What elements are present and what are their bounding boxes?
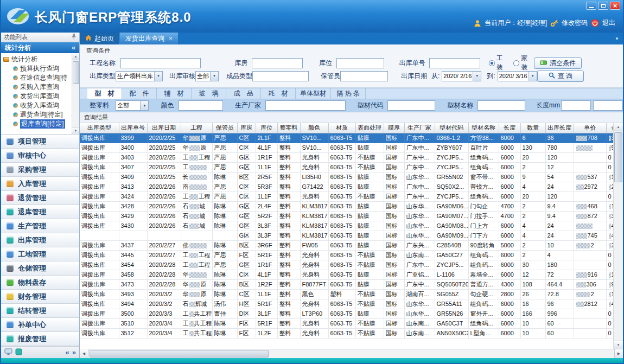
product-type-input[interactable]: [252, 71, 309, 81]
material-tab[interactable]: 成 品: [226, 88, 261, 99]
tree-root[interactable]: 统计分析: [3, 55, 71, 64]
change-password-link[interactable]: 修改密码: [562, 18, 588, 28]
column-header[interactable]: 材质: [328, 123, 355, 133]
results-grid[interactable]: 出库类型出库单号出库日期工程保管员库房库位整零料颜色材质表面处理膜厚生产厂家型材…: [80, 123, 613, 349]
project-name-input[interactable]: [120, 58, 201, 68]
table-row[interactable]: 调拨出库34282020/2/26石城陈琳G区2L4F整料KLM38176063…: [80, 201, 613, 211]
tree-item[interactable]: 在途信息查询[待: [3, 73, 71, 82]
tab-close-icon[interactable]: ×: [169, 35, 173, 42]
tab-home[interactable]: 起始页: [80, 33, 120, 44]
column-header[interactable]: 单价: [574, 123, 606, 133]
scroll-right-icon[interactable]: ▶: [614, 349, 623, 358]
column-header[interactable]: 库房: [237, 123, 256, 133]
chevron-down-icon[interactable]: ▼: [210, 72, 218, 81]
collapse-left-icon[interactable]: «: [66, 348, 69, 356]
tree-item[interactable]: 收货入库查询: [3, 101, 71, 110]
minimize-button[interactable]: [586, 2, 596, 10]
column-header[interactable]: 出库类型: [80, 123, 119, 133]
radio-home-decor[interactable]: 家装: [513, 54, 534, 72]
sidebar-menu-item[interactable]: 仓储管理: [1, 261, 79, 276]
length-max-input[interactable]: [593, 100, 623, 111]
material-tab[interactable]: 辅 材: [157, 88, 192, 99]
chevron-down-icon[interactable]: ▼: [154, 72, 162, 81]
whole-part-select[interactable]: 全部 ▼: [116, 100, 149, 111]
table-row[interactable]: 调拨出库33992020/2/25华原严思C区2L1F整料SV10...6063…: [80, 133, 613, 143]
column-header[interactable]: 生产厂家: [404, 123, 435, 133]
sidebar-group-header[interactable]: 统计分析 «: [1, 42, 79, 53]
chevron-down-icon[interactable]: ▼: [529, 72, 537, 81]
vertical-scrollbar[interactable]: ▲ ▼: [613, 123, 623, 349]
radio-workwear[interactable]: 工装: [489, 54, 510, 72]
table-row[interactable]: 调拨出库34582020/2/28华陈琳C区4L1F整料光身料6063-T5贴膜…: [80, 270, 613, 279]
logout-link[interactable]: 退出: [602, 18, 615, 28]
table-row[interactable]: 调拨出库35002020/3/3工共工程曹佳D区3L1F整料LT3P606063…: [80, 309, 613, 318]
length-min-input[interactable]: [561, 100, 591, 111]
column-header[interactable]: 型材代码: [435, 123, 468, 133]
column-header[interactable]: 保管员: [212, 123, 237, 133]
table-row[interactable]: 调拨出库34132020/2/26南严思C区5R3F整料G714226063-T…: [80, 182, 613, 191]
sidebar-menu-item[interactable]: 入库管理: [1, 177, 79, 191]
sidebar-menu-item[interactable]: 物料盘存: [1, 276, 79, 290]
table-row[interactable]: 调拨出库34072020/2/25工严思G区1L1F整料光身料6063-T5不贴…: [80, 162, 613, 172]
tree-item[interactable]: 预算执行查询: [3, 64, 71, 73]
material-tab[interactable]: 配 件: [122, 88, 157, 99]
tree-item[interactable]: 退库查询[待定]: [3, 119, 71, 129]
sidebar-menu-item[interactable]: 结转管理: [1, 304, 79, 318]
table-row[interactable]: 调拨出库34932020/3/2华原陈琳C区1L1F整料黑色塑料不贴膜国标湖南百…: [80, 289, 613, 299]
clear-conditions-button[interactable]: 清空条件: [534, 58, 582, 69]
column-header[interactable]: 颜色: [300, 123, 328, 133]
sidebar-menu-item[interactable]: 审核中心: [1, 149, 79, 163]
profile-name-input[interactable]: [477, 100, 525, 111]
sidebar-menu-item[interactable]: 补单中心: [1, 318, 79, 332]
column-header[interactable]: 整零料: [277, 123, 300, 133]
outbound-type-select[interactable]: 生产领料出库 ▼: [116, 71, 163, 81]
column-header[interactable]: 金: [606, 123, 613, 133]
table-row[interactable]: 调拨出库34242020/2/26工工程严思C区1L1F整料光身料6063-T5…: [80, 191, 613, 201]
search-button[interactable]: 查 询: [537, 71, 584, 82]
keeper-input[interactable]: [340, 71, 388, 81]
chevron-down-icon[interactable]: ▼: [140, 101, 148, 110]
panel-icon[interactable]: [15, 348, 22, 356]
table-row[interactable]: 调拨出库35122020/3/4工共工程陈琳F区1L2F整料光身料6063-T5…: [80, 328, 613, 338]
scroll-left-icon[interactable]: ◀: [80, 349, 88, 358]
sidebar-menu-item[interactable]: 生产管理: [1, 219, 79, 233]
table-row[interactable]: 调拨出库34292020/2/26石城陈琳G区5R2F整料KLM38176063…: [80, 211, 613, 221]
column-header[interactable]: 长度: [499, 123, 520, 133]
table-row[interactable]: G区3L3F整料KLM38176063-T5贴膜国标山东华...GA90M09.…: [80, 231, 613, 240]
table-row[interactable]: 调拨出库34942020/3/2石辉城汤伟H区5R1F整料光身料6063-T5不…: [80, 299, 613, 309]
table-row[interactable]: 调拨出库34032020/2/25工工程严思G区1R1F整料光身料6063-T5…: [80, 152, 613, 162]
maximize-button[interactable]: [598, 2, 608, 10]
sidebar-menu-item[interactable]: 退货管理: [1, 191, 79, 205]
horizontal-scrollbar[interactable]: ◀ ▶: [80, 349, 623, 358]
sidebar-menu-item[interactable]: 项目管理: [1, 135, 79, 149]
collapse-icon[interactable]: «: [72, 44, 75, 52]
material-tab[interactable]: 隔 热 条: [331, 88, 366, 99]
profile-code-input[interactable]: [387, 100, 435, 111]
tree-item[interactable]: 退货查询[待定]: [3, 110, 71, 119]
pin-icon[interactable]: [71, 34, 77, 41]
scroll-thumb[interactable]: [73, 61, 79, 84]
sidebar-menu-item[interactable]: 财务管理: [1, 290, 79, 304]
expand-right-icon[interactable]: »: [72, 348, 76, 356]
location-input[interactable]: [336, 58, 384, 68]
audit-select[interactable]: 全部 ▼: [195, 71, 219, 81]
scroll-down-icon[interactable]: ▼: [614, 341, 623, 349]
material-tab[interactable]: 型 材: [87, 88, 122, 99]
date-to-picker[interactable]: 2020/ 3/16 ▼: [498, 71, 537, 81]
sidebar-menu-item[interactable]: 工地管理: [1, 247, 79, 261]
table-row[interactable]: 调拨出库34302020/2/26石城陈琳G区3L3F整料KLM38176063…: [80, 221, 613, 231]
table-row[interactable]: 调拨出库35102020/3/4工共工程陈琳F区5R1F整料光身料6063-T5…: [80, 318, 613, 328]
vertical-scroll-thumb[interactable]: [614, 132, 622, 182]
order-no-input[interactable]: [429, 58, 480, 68]
table-row[interactable]: 调拨出库34452020/2/27工工程严思F区5R1F整料光身料6063-T5…: [80, 250, 613, 260]
color-input[interactable]: [179, 100, 223, 111]
scroll-down-icon[interactable]: ▼: [72, 127, 80, 134]
material-tab[interactable]: 耗 材: [261, 88, 296, 99]
tree-item[interactable]: 采购入库查询: [3, 82, 71, 92]
sidebar-menu-item[interactable]: 报废管理: [1, 332, 79, 346]
sidebar-menu-item[interactable]: 退库管理: [1, 205, 79, 219]
warehouse-input[interactable]: [252, 58, 303, 68]
table-row[interactable]: 调拨出库34372020/2/27佛陈琳B区3R6F整料FW056063-T5贴…: [80, 240, 613, 250]
scroll-up-icon[interactable]: ▲: [72, 53, 80, 60]
column-header[interactable]: 工程: [181, 123, 212, 133]
